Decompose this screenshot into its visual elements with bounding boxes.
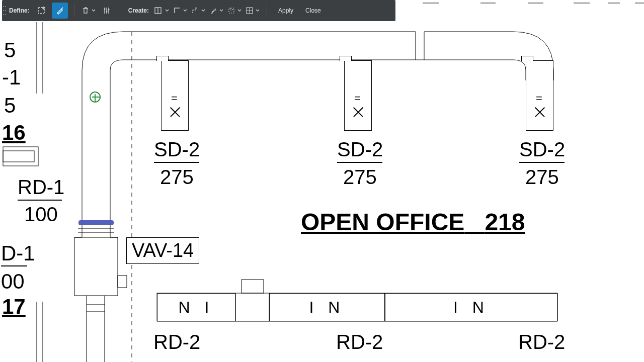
edge-16: 16 bbox=[2, 121, 26, 145]
rd2-tag-2: RD-2 bbox=[336, 331, 383, 353]
sd3-tag: SD-2 bbox=[519, 138, 565, 161]
separator-1 bbox=[74, 4, 74, 17]
sd2-cfm: 275 bbox=[343, 166, 377, 189]
svg-point-37 bbox=[5, 6, 6, 7]
edge-17: 17 bbox=[2, 295, 26, 319]
rd1-underline bbox=[18, 200, 62, 201]
define-pick-icon[interactable] bbox=[52, 3, 68, 19]
separator-3 bbox=[267, 4, 267, 17]
rd2-tag-1: RD-2 bbox=[153, 331, 200, 353]
sd2-underline bbox=[337, 162, 382, 163]
define-new-icon[interactable] bbox=[34, 3, 50, 19]
rd-box-3: I N bbox=[385, 293, 557, 321]
create-stairs-dropdown[interactable] bbox=[208, 3, 224, 19]
create-door-dropdown[interactable] bbox=[153, 3, 170, 19]
rd1-tag: RD-1 bbox=[18, 176, 64, 199]
define-label: Define: bbox=[7, 7, 33, 14]
svg-point-50 bbox=[106, 11, 107, 12]
create-notch-dropdown[interactable] bbox=[190, 3, 206, 19]
svg-rect-22 bbox=[74, 237, 118, 296]
sd1-cfm: 275 bbox=[160, 166, 194, 189]
edge-5a: 5 bbox=[4, 38, 16, 62]
svg-point-39 bbox=[5, 10, 6, 11]
edge-d1-cfm: 00 bbox=[1, 269, 25, 294]
drawing-canvas[interactable]: SD-2 275 SD-2 275 SD-2 275 OPEN OFFICE 2… bbox=[0, 0, 644, 362]
svg-point-40 bbox=[3, 14, 4, 15]
svg-point-36 bbox=[3, 6, 4, 7]
diffuser-sd-1 bbox=[161, 60, 189, 131]
sd3-underline bbox=[519, 162, 565, 163]
separator-2 bbox=[121, 4, 121, 17]
sd3-cfm: 275 bbox=[525, 166, 559, 189]
rd-box-2: I N bbox=[269, 293, 385, 321]
rd2-tag-3: RD-2 bbox=[518, 331, 565, 353]
svg-point-38 bbox=[3, 10, 4, 11]
delete-dropdown[interactable] bbox=[80, 3, 97, 19]
crosshair-cursor bbox=[90, 92, 101, 103]
create-grid-dropdown[interactable] bbox=[245, 3, 261, 19]
selection-highlight bbox=[78, 220, 114, 225]
sd2-tag: SD-2 bbox=[337, 138, 383, 161]
svg-point-51 bbox=[108, 9, 109, 10]
svg-point-41 bbox=[5, 14, 6, 15]
svg-rect-35 bbox=[242, 280, 264, 293]
create-corner-dropdown[interactable] bbox=[172, 3, 188, 19]
sd1-tag: SD-2 bbox=[154, 138, 200, 161]
svg-rect-11 bbox=[3, 151, 34, 162]
vav-label: VAV-14 bbox=[126, 237, 199, 264]
sketch-toolbar: Define: Create: Apply Close bbox=[2, 0, 395, 21]
edge-d1: D-1 bbox=[1, 241, 35, 265]
close-button[interactable]: Close bbox=[299, 3, 327, 19]
create-label: Create: bbox=[126, 7, 152, 14]
create-recess-dropdown[interactable] bbox=[226, 3, 243, 19]
settings-icon[interactable] bbox=[99, 3, 115, 19]
rd1-cfm: 100 bbox=[24, 203, 58, 226]
grip-icon[interactable] bbox=[2, 0, 7, 21]
edge-d1-underline bbox=[1, 265, 27, 266]
diffuser-sd-3 bbox=[526, 60, 553, 131]
svg-rect-10 bbox=[3, 147, 38, 166]
room-name-label: OPEN OFFICE 218 bbox=[301, 208, 525, 236]
apply-button[interactable]: Apply bbox=[272, 3, 299, 19]
rd-box-1: N I bbox=[157, 293, 235, 321]
svg-line-45 bbox=[61, 8, 63, 9]
edge-neg1: -1 bbox=[2, 65, 21, 89]
diffuser-sd-2 bbox=[344, 60, 372, 131]
edge-5b: 5 bbox=[4, 94, 16, 118]
svg-rect-23 bbox=[118, 276, 127, 288]
svg-point-49 bbox=[104, 8, 105, 10]
sd1-underline bbox=[154, 162, 199, 163]
